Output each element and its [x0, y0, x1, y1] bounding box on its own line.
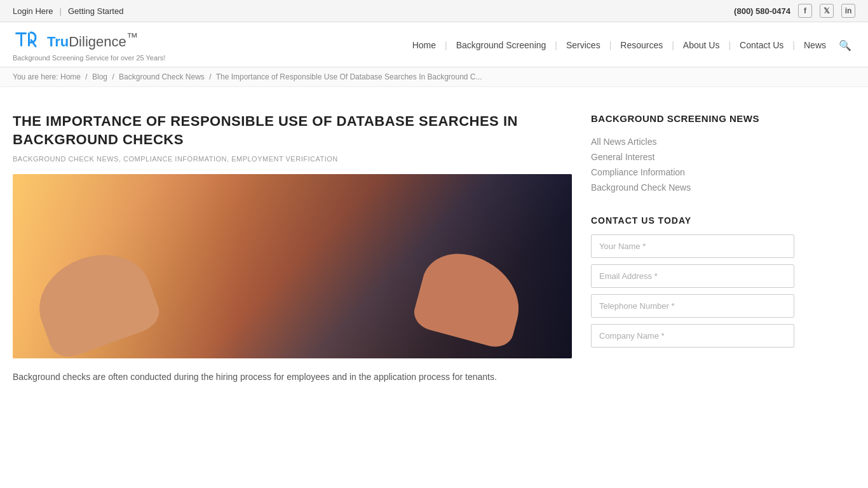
contact-form-title: Contact Us Today: [591, 215, 794, 226]
telephone-number-input[interactable]: [591, 294, 794, 318]
sidebar-background-check-news[interactable]: Background Check News: [591, 180, 794, 195]
phone-number: (800) 580-0474: [734, 6, 790, 16]
linkedin-icon[interactable]: in: [841, 4, 855, 18]
nav-news[interactable]: News: [797, 37, 832, 53]
search-icon[interactable]: 🔍: [835, 37, 855, 54]
sidebar: Background Screening News All News Artic…: [591, 100, 794, 385]
sidebar-all-news[interactable]: All News Articles: [591, 134, 794, 149]
news-sidebar-section: Background Screening News All News Artic…: [591, 112, 794, 195]
breadcrumb-blog[interactable]: Blog: [92, 72, 107, 81]
top-bar-divider: |: [60, 6, 62, 16]
header: TruDiligence™ Background Screening Servi…: [0, 22, 868, 67]
nav-home[interactable]: Home: [406, 37, 442, 53]
svg-rect-2: [28, 32, 30, 46]
article-area: The Importance of Responsible Use Of Dat…: [13, 100, 572, 385]
article-title: The Importance of Responsible Use Of Dat…: [13, 112, 572, 149]
breadcrumb-current[interactable]: The Importance of Responsible Use Of Dat…: [216, 72, 482, 81]
article-image: [13, 174, 572, 358]
breadcrumb-home[interactable]: Home: [60, 72, 81, 81]
logo-tagline: Background Screening Service for over 25…: [13, 54, 165, 62]
top-bar-left: Login Here | Getting Started: [13, 6, 123, 16]
email-address-input[interactable]: [591, 264, 794, 288]
logo-icon: [13, 29, 43, 53]
nav-background-screening[interactable]: Background Screening: [450, 37, 553, 53]
sidebar-general-interest[interactable]: General Interest: [591, 149, 794, 165]
logo-name: TruDiligence™: [47, 30, 138, 50]
main-nav: Home | Background Screening | Services |…: [406, 37, 855, 54]
breadcrumb-prefix: You are here:: [13, 72, 58, 81]
company-name-input[interactable]: [591, 324, 794, 348]
breadcrumb-background-check-news[interactable]: Background Check News: [119, 72, 205, 81]
svg-rect-1: [20, 32, 22, 46]
contact-form-section: Contact Us Today: [591, 215, 794, 354]
main-layout: The Importance of Responsible Use Of Dat…: [0, 87, 868, 410]
login-link[interactable]: Login Here: [13, 6, 53, 16]
your-name-input[interactable]: [591, 234, 794, 258]
getting-started-link[interactable]: Getting Started: [68, 6, 123, 16]
logo-diligence: Diligence: [69, 34, 126, 50]
top-bar: Login Here | Getting Started (800) 580-0…: [0, 0, 868, 22]
sidebar-compliance-info[interactable]: Compliance Information: [591, 165, 794, 180]
nav-contact-us[interactable]: Contact Us: [733, 37, 790, 53]
facebook-icon[interactable]: f: [798, 4, 812, 18]
breadcrumb: You are here: Home / Blog / Background C…: [0, 67, 868, 87]
logo-tru: Tru: [47, 34, 69, 50]
logo-area: TruDiligence™ Background Screening Servi…: [13, 29, 165, 62]
twitter-icon[interactable]: 𝕏: [820, 4, 834, 18]
top-bar-right: (800) 580-0474 f 𝕏 in: [734, 4, 855, 18]
nav-services[interactable]: Services: [560, 37, 607, 53]
nav-about-us[interactable]: About Us: [677, 37, 726, 53]
logo-trademark: ™: [126, 30, 138, 44]
nav-resources[interactable]: Resources: [614, 37, 669, 53]
article-body: Background checks are often conducted du…: [13, 370, 572, 385]
article-tags: Background Check News, Compliance Inform…: [13, 155, 572, 163]
logo[interactable]: TruDiligence™: [13, 29, 165, 53]
news-section-title: Background Screening News: [591, 112, 794, 125]
